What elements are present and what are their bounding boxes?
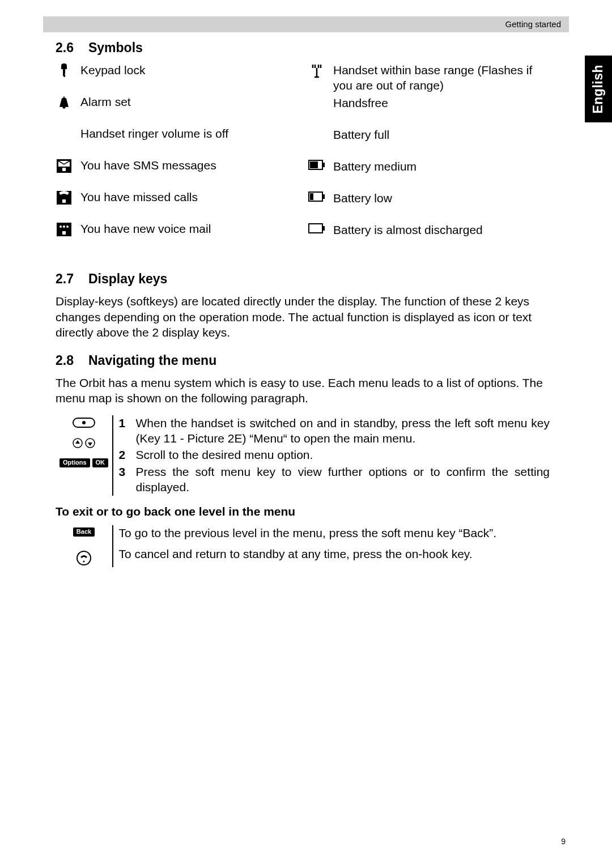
section-title: Display keys <box>88 271 167 286</box>
nav-steps: 1When the handset is switched on and in … <box>119 415 550 496</box>
section-num: 2.8 <box>56 352 74 369</box>
battery-medium-icon <box>308 159 325 175</box>
svg-rect-17 <box>322 226 325 231</box>
nav-key-icons: Options OK <box>56 415 112 496</box>
svg-point-6 <box>60 225 62 228</box>
symbol-label: Battery low <box>333 190 550 206</box>
language-tab-label: English <box>590 65 607 114</box>
symbol-row: Alarm set <box>56 94 297 124</box>
section-2-8-heading: 2.8Navigating the menu <box>56 352 550 369</box>
divider <box>112 415 113 496</box>
symbol-row: Battery medium <box>308 159 550 188</box>
svg-point-22 <box>77 551 91 565</box>
symbol-label: You have new voice mail <box>80 221 297 236</box>
divider <box>112 525 113 568</box>
svg-rect-11 <box>322 163 325 167</box>
nav-steps-table: Options OK 1When the handset is switched… <box>56 415 550 496</box>
svg-rect-4 <box>62 199 66 203</box>
exit-back-text: To go to the previous level in the menu,… <box>119 525 550 541</box>
section-2-7-body: Display-keys (softkeys) are located dire… <box>56 293 550 340</box>
symbol-label: Handsfree <box>333 95 550 110</box>
symbols-col-right: Handset within base range (Flashes if yo… <box>308 62 550 254</box>
page-number: 9 <box>561 836 566 846</box>
header-bar: Getting started <box>43 16 569 32</box>
section-2-8-intro: The Orbit has a menu system which is eas… <box>56 375 550 406</box>
sms-icon <box>56 158 73 173</box>
keypad-lock-icon <box>56 62 73 78</box>
options-ok-keys: Options OK <box>60 458 108 467</box>
symbol-label: Handset within base range (Flashes if yo… <box>333 62 550 93</box>
symbol-row: Keypad lock <box>56 62 297 92</box>
on-hook-key-icon <box>76 550 92 566</box>
svg-rect-16 <box>309 224 322 233</box>
step-2: 2Scroll to the desired menu option. <box>119 447 550 462</box>
svg-point-23 <box>83 560 85 562</box>
section-title: Navigating the menu <box>88 353 216 368</box>
symbols-col-left: Keypad lock Alarm set Handset ringer vol… <box>56 62 297 254</box>
svg-point-7 <box>63 225 65 228</box>
svg-rect-12 <box>310 161 318 168</box>
svg-rect-9 <box>62 231 66 235</box>
section-title: Symbols <box>88 40 143 55</box>
section-num: 2.6 <box>56 40 74 57</box>
symbol-row: Battery is almost discharged <box>308 222 550 252</box>
symbol-label: You have SMS messages <box>80 158 297 173</box>
symbol-row: You have SMS messages <box>56 158 297 187</box>
language-tab: English <box>585 56 612 122</box>
symbol-row: Handset ringer volume is off <box>56 126 297 155</box>
exit-table: Back To go to the previous level in the … <box>56 525 550 568</box>
back-key: Back <box>73 527 95 537</box>
symbol-label: Battery is almost discharged <box>333 222 550 237</box>
symbol-label: Battery medium <box>333 159 550 174</box>
exit-subheading: To exit or to go back one level in the m… <box>56 504 550 519</box>
symbol-row: You have missed calls <box>56 189 297 219</box>
exit-rows: To go to the previous level in the menu,… <box>119 525 550 568</box>
step-text: Scroll to the desired menu option. <box>136 447 313 462</box>
symbol-label: Keypad lock <box>80 62 297 78</box>
content: 2.6Symbols Keypad lock Alarm set <box>56 40 550 567</box>
symbols-table: Keypad lock Alarm set Handset ringer vol… <box>56 62 550 254</box>
step-text: Press the soft menu key to view further … <box>136 464 550 495</box>
options-key: Options <box>60 458 90 467</box>
ringer-off-icon <box>56 126 73 142</box>
manual-page: Getting started English 2.6Symbols Keypa… <box>0 0 612 868</box>
alarm-icon <box>56 94 73 110</box>
nav-updown-icon <box>73 438 95 448</box>
symbol-row: Battery full <box>308 127 550 156</box>
step-text: When the handset is switched on and in s… <box>136 415 550 446</box>
header-section: Getting started <box>505 19 561 30</box>
symbol-label: Handset ringer volume is off <box>80 126 297 141</box>
step-1: 1When the handset is switched on and in … <box>119 415 550 446</box>
section-2-7-heading: 2.7Display keys <box>56 271 550 288</box>
battery-full-icon <box>308 127 325 143</box>
ok-key: OK <box>92 458 109 467</box>
section-2-6-heading: 2.6Symbols <box>56 40 550 57</box>
antenna-icon <box>308 62 325 78</box>
symbol-row: Handset within base range (Flashes if yo… <box>308 62 550 93</box>
battery-low-icon <box>308 190 325 206</box>
symbol-label: Battery full <box>333 127 550 142</box>
missed-call-icon <box>56 189 73 205</box>
symbol-row: Handsfree <box>308 95 550 125</box>
voicemail-icon <box>56 221 73 237</box>
symbol-label: You have missed calls <box>80 189 297 205</box>
battery-empty-icon <box>308 222 325 238</box>
symbol-row: Battery low <box>308 190 550 220</box>
svg-rect-15 <box>310 193 313 200</box>
svg-point-8 <box>66 225 69 228</box>
handsfree-icon <box>308 95 325 111</box>
exit-key-icons: Back <box>56 525 112 568</box>
svg-point-19 <box>82 421 86 424</box>
section-num: 2.7 <box>56 271 74 288</box>
exit-cancel-text: To cancel and return to standby at any t… <box>119 546 550 561</box>
step-3: 3Press the soft menu key to view further… <box>119 464 550 495</box>
svg-rect-2 <box>62 168 66 171</box>
symbol-row: You have new voice mail <box>56 221 297 250</box>
softkey-oval-icon <box>73 418 95 428</box>
symbol-label: Alarm set <box>80 94 297 109</box>
svg-rect-14 <box>322 194 325 199</box>
